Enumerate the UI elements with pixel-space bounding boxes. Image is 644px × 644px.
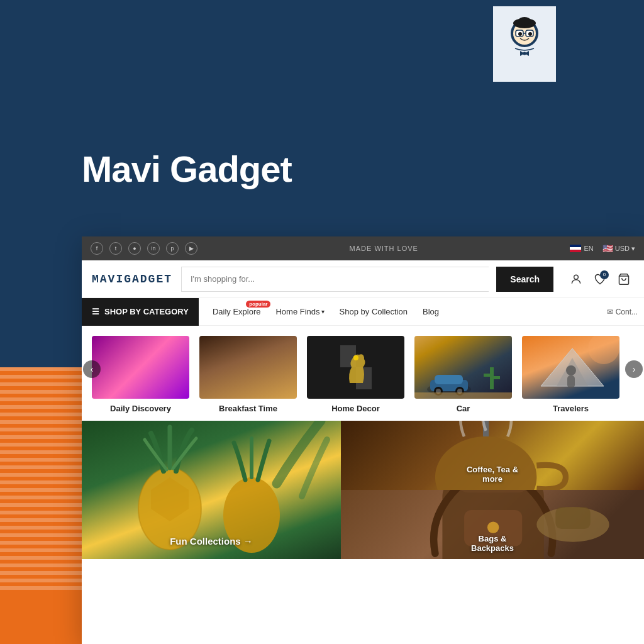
promo-bags-label: Bags &Backpacks (471, 534, 514, 553)
category-daily-discovery-thumb (92, 336, 189, 399)
wishlist-icon[interactable]: 0 (590, 269, 610, 289)
pinterest-icon[interactable]: p (166, 242, 179, 255)
menu-icon: ☰ (92, 307, 99, 316)
page-title: Mavi Gadget (82, 148, 292, 190)
categories-row: Daily Discovery Breakfast Time (82, 326, 644, 418)
categories-section: ‹ Daily Discovery Breakfast Time (82, 326, 644, 418)
nav-links: Daily Explore popular Home Finds ▾ Shop … (199, 298, 453, 326)
tagline: MADE WITH LOVE (350, 245, 418, 252)
category-home-decor-label: Home Decor (331, 404, 380, 413)
promo-coffee-tea[interactable]: Coffee, Tea &more (341, 421, 644, 490)
nav-daily-explore[interactable]: Daily Explore popular (206, 298, 267, 326)
svg-rect-21 (484, 374, 494, 377)
avatar-icon (502, 16, 547, 72)
logo: MAVIGADGET (92, 273, 174, 286)
search-input[interactable] (181, 267, 489, 292)
svg-rect-22 (494, 376, 500, 379)
cart-icon[interactable] (614, 269, 634, 289)
avatar-box (493, 6, 556, 82)
svg-rect-47 (555, 507, 590, 529)
category-car[interactable]: Car (414, 336, 512, 413)
nav-home-finds[interactable]: Home Finds ▾ (269, 298, 330, 326)
website-card: f t ● in p ▶ MADE WITH LOVE EN 🇺🇸 USD ▾ … (82, 236, 644, 644)
nav-contact[interactable]: ✉ Cont... (607, 308, 644, 316)
carousel-next[interactable]: › (625, 360, 643, 378)
promo-small-stack: Coffee, Tea &more Bags &Backpac (341, 421, 644, 559)
category-travelers-thumb (522, 336, 619, 399)
social-icons: f t ● in p ▶ (91, 242, 197, 255)
search-button[interactable]: Search (496, 267, 553, 292)
svg-point-45 (487, 521, 499, 533)
svg-rect-20 (490, 367, 494, 389)
orange-decoration (0, 367, 82, 644)
svg-point-19 (353, 355, 358, 360)
shop-by-category-button[interactable]: ☰ SHOP BY CATEGORY (82, 298, 199, 326)
promo-fun-collections[interactable]: Fun Collections → (82, 421, 341, 559)
promo-section: Fun Collections → (82, 421, 644, 559)
svg-point-6 (518, 32, 522, 36)
category-breakfast-thumb (199, 336, 297, 399)
svg-point-3 (518, 17, 531, 25)
shop-by-category-label: SHOP BY CATEGORY (104, 307, 189, 316)
nav-shop-collection[interactable]: Shop by Collection (333, 298, 414, 326)
svg-point-33 (566, 365, 576, 375)
category-breakfast[interactable]: Breakfast Time (199, 336, 297, 413)
category-breakfast-label: Breakfast Time (219, 404, 277, 413)
svg-rect-43 (457, 490, 529, 492)
linkedin-icon[interactable]: in (147, 242, 160, 255)
svg-rect-34 (567, 375, 575, 388)
youtube-icon[interactable]: ▶ (185, 242, 197, 255)
category-home-decor-thumb (307, 336, 404, 399)
svg-rect-25 (435, 375, 463, 384)
svg-point-35 (588, 336, 619, 364)
svg-point-14 (574, 275, 579, 279)
carousel-prev[interactable]: ‹ (83, 360, 101, 378)
category-car-label: Car (457, 404, 470, 413)
svg-rect-30 (414, 392, 512, 399)
top-bar-right: EN 🇺🇸 USD ▾ (570, 243, 635, 253)
wishlist-badge: 0 (600, 270, 609, 279)
category-car-thumb (414, 336, 512, 399)
currency-selector[interactable]: 🇺🇸 USD ▾ (602, 243, 635, 253)
popular-badge: popular (246, 301, 270, 308)
instagram-icon[interactable]: ● (128, 242, 141, 255)
nav-bar: ☰ SHOP BY CATEGORY Daily Explore popular… (82, 298, 644, 326)
top-bar: f t ● in p ▶ MADE WITH LOVE EN 🇺🇸 USD ▾ (82, 236, 644, 260)
language-selector[interactable]: EN (570, 245, 593, 252)
nav-blog[interactable]: Blog (416, 298, 445, 326)
category-daily-discovery-label: Daily Discovery (110, 404, 171, 413)
header: MAVIGADGET Search 0 (82, 260, 644, 298)
promo-fun-collections-label: Fun Collections → (82, 536, 341, 547)
svg-point-7 (528, 32, 532, 36)
category-daily-discovery[interactable]: Daily Discovery (92, 336, 189, 413)
category-travelers-label: Travelers (553, 404, 589, 413)
svg-point-13 (523, 52, 526, 55)
header-icons: 0 (566, 269, 634, 289)
facebook-icon[interactable]: f (91, 242, 103, 255)
promo-coffee-label: Coffee, Tea &more (467, 465, 518, 484)
category-travelers[interactable]: Travelers (522, 336, 619, 413)
category-home-decor[interactable]: Home Decor (307, 336, 404, 413)
account-icon[interactable] (566, 269, 586, 289)
promo-bags[interactable]: Bags &Backpacks (341, 490, 644, 559)
twitter-icon[interactable]: t (109, 242, 122, 255)
